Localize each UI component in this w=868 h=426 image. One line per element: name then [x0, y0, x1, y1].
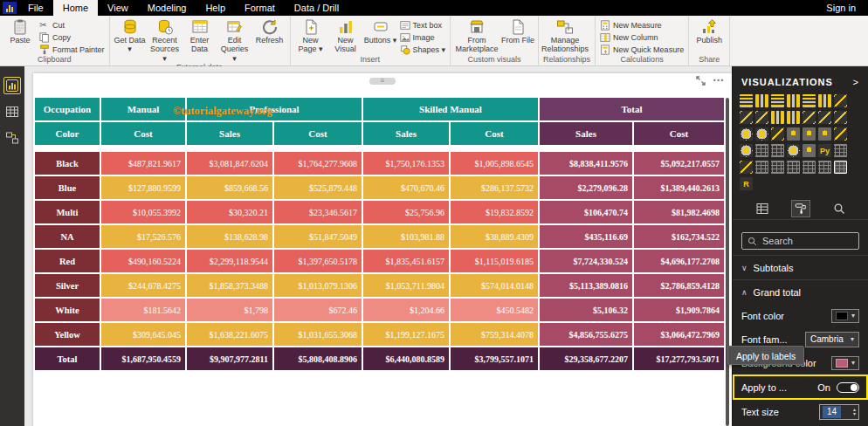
publish-button[interactable]: Publish — [692, 17, 727, 45]
background-color-picker[interactable]: ▾ — [831, 356, 859, 370]
matrix-cell[interactable]: $574,014.0148 — [451, 274, 538, 297]
new-measure-button[interactable]: New Measure — [600, 19, 684, 31]
matrix-col-header-professional-cost[interactable]: Cost — [274, 122, 362, 145]
visual-drag-handle[interactable]: ≡ — [369, 78, 396, 85]
matrix-row-header-silver[interactable]: Silver — [35, 274, 100, 297]
matrix-cell[interactable]: $244,678.4275 — [101, 274, 185, 297]
matrix-grand-total-cell[interactable]: $3,799,557.1071 — [451, 347, 538, 370]
matrix-cell[interactable]: $25,756.96 — [363, 201, 449, 223]
matrix-cell[interactable]: $672.46 — [274, 299, 362, 321]
matrix-cell[interactable]: $1,798 — [187, 299, 272, 321]
enter-data-button[interactable]: Enter Data — [183, 17, 217, 54]
matrix-cell[interactable]: $490,160.5224 — [101, 250, 185, 272]
matrix-icon[interactable] — [834, 161, 847, 174]
pie-chart-icon[interactable] — [740, 127, 753, 141]
matrix-group-header-professional[interactable]: Professional — [187, 98, 362, 120]
tab-fields[interactable] — [753, 200, 772, 217]
tab-modeling[interactable]: Modeling — [138, 0, 196, 16]
matrix-row-header-multi[interactable]: Multi — [35, 201, 100, 223]
clustered-bar-chart-icon[interactable] — [771, 94, 784, 107]
matrix-cell[interactable]: $2,279,096.28 — [540, 176, 632, 199]
card-icon[interactable] — [755, 144, 768, 157]
area-chart-icon[interactable] — [740, 111, 753, 124]
power-apps-icon[interactable] — [787, 161, 800, 174]
matrix-col-header-skilled-manual-sales[interactable]: Sales — [363, 122, 449, 145]
matrix-grand-total-cell[interactable]: $6,440,080.8589 — [363, 347, 449, 370]
font-color-picker[interactable]: ▾ — [831, 309, 859, 323]
matrix-cell[interactable]: $470,670.46 — [363, 176, 449, 199]
100-stacked-bar-chart-icon[interactable] — [803, 94, 816, 107]
matrix-cell[interactable]: $435,116.69 — [540, 225, 632, 248]
search-box[interactable]: Search — [741, 232, 859, 250]
matrix-cell[interactable]: $487,821.9617 — [101, 152, 185, 175]
matrix-cell[interactable]: $2,299,118.9544 — [187, 250, 272, 272]
matrix-cell[interactable]: $5,106.32 — [540, 299, 632, 321]
report-page[interactable]: ≡ ⋯ OccupationManualProfessionalSkilled … — [33, 73, 732, 426]
section-subtotals[interactable]: ∨ Subtotals — [733, 255, 868, 279]
matrix-cell[interactable]: $3,081,847.6204 — [187, 152, 272, 175]
matrix-cell[interactable]: $1,053,711.9804 — [363, 274, 449, 297]
matrix-cell[interactable]: $103,981.88 — [363, 225, 449, 248]
tab-format[interactable] — [791, 200, 810, 217]
matrix-cell[interactable]: $286,137.5732 — [451, 176, 538, 199]
line-chart-icon[interactable] — [834, 94, 847, 107]
matrix-cell[interactable]: $5,113,389.0816 — [540, 274, 632, 297]
get-data-button[interactable]: Get Data ▾ — [113, 17, 148, 54]
clustered-column-chart-icon[interactable] — [787, 94, 800, 107]
from-file-button[interactable]: From File — [500, 17, 535, 45]
gauge-icon[interactable] — [740, 144, 753, 157]
waterfall-chart-icon[interactable] — [818, 111, 831, 124]
cut-button[interactable]: ✂Cut — [39, 19, 105, 31]
collapse-pane-chevron[interactable]: > — [853, 77, 859, 87]
matrix-grand-total-cell[interactable]: $17,277,793.5071 — [634, 347, 724, 370]
matrix-cell[interactable]: $4,696,177.2708 — [634, 250, 724, 272]
shape-map-icon[interactable] — [818, 127, 831, 141]
matrix-cell[interactable]: $1,858,373.3488 — [187, 274, 272, 297]
matrix-cell[interactable]: $51,847.5049 — [274, 225, 362, 248]
matrix-cell[interactable]: $450.5482 — [451, 299, 538, 321]
tab-view[interactable]: View — [98, 0, 138, 16]
kpi-icon[interactable] — [787, 144, 800, 157]
matrix-row-header-black[interactable]: Black — [35, 152, 100, 175]
matrix-cell[interactable]: $38,889.4309 — [451, 225, 538, 248]
matrix-col-header-total-cost[interactable]: Cost — [634, 122, 724, 145]
image-button[interactable]: Image — [400, 31, 446, 43]
tab-data-drill[interactable]: Data / Drill — [285, 0, 348, 16]
matrix-col-header-total-sales[interactable]: Sales — [540, 122, 632, 145]
r-script-visual-icon[interactable]: R — [740, 177, 753, 190]
matrix-cell[interactable]: $181.5642 — [101, 299, 185, 321]
matrix-cell[interactable]: $2,786,859.4128 — [634, 274, 724, 297]
matrix-cell[interactable]: $1,031,655.3068 — [274, 323, 362, 346]
ribbon-chart-icon[interactable] — [803, 111, 816, 124]
text-size-stepper[interactable]: 14 ▴▾ — [819, 404, 859, 420]
matrix-col-header-manual-cost[interactable]: Cost — [101, 122, 185, 145]
matrix-cell[interactable]: $10,055.3992 — [101, 201, 185, 223]
line-and-clustered-column-chart-icon[interactable] — [787, 111, 800, 124]
qa-visual-icon[interactable] — [755, 161, 768, 174]
matrix-cell[interactable]: $1,764,277.9608 — [274, 152, 362, 175]
paste-button[interactable]: Paste — [3, 17, 38, 45]
new-column-button[interactable]: New Column — [600, 31, 684, 43]
matrix-cell[interactable]: $17,526.576 — [101, 225, 185, 248]
tab-home[interactable]: Home — [53, 0, 98, 16]
matrix-col-header-professional-sales[interactable]: Sales — [187, 122, 272, 145]
matrix-grand-total-cell[interactable]: $9,907,977.2811 — [187, 347, 272, 370]
matrix-visual[interactable]: OccupationManualProfessionalSkilled Manu… — [35, 98, 730, 370]
matrix-cell[interactable]: $1,204.66 — [363, 299, 449, 321]
more-options-icon[interactable]: ⋯ — [713, 75, 725, 86]
matrix-grand-total-cell[interactable]: $5,808,408.8906 — [274, 347, 362, 370]
model-view-button[interactable] — [3, 129, 21, 147]
stacked-area-chart-icon[interactable] — [755, 111, 768, 124]
matrix-cell[interactable]: $30,320.21 — [187, 201, 272, 223]
matrix-cell[interactable]: $23,346.5617 — [274, 201, 362, 223]
matrix-cell[interactable]: $525,879.448 — [274, 176, 362, 199]
sign-in-link[interactable]: Sign in — [814, 0, 868, 16]
python-visual-icon[interactable]: Py — [818, 144, 831, 157]
section-grand-total[interactable]: ∧ Grand total — [733, 279, 868, 304]
paginated-report-icon[interactable] — [771, 161, 784, 174]
matrix-cell[interactable]: $1,835,451.6157 — [363, 250, 449, 272]
stacked-column-chart-icon[interactable] — [755, 94, 768, 107]
matrix-cell[interactable]: $138,628.98 — [187, 225, 272, 248]
matrix-cell[interactable]: $1,389,440.2613 — [634, 176, 724, 199]
edit-queries-button[interactable]: Edit Queries ▾ — [217, 17, 252, 63]
